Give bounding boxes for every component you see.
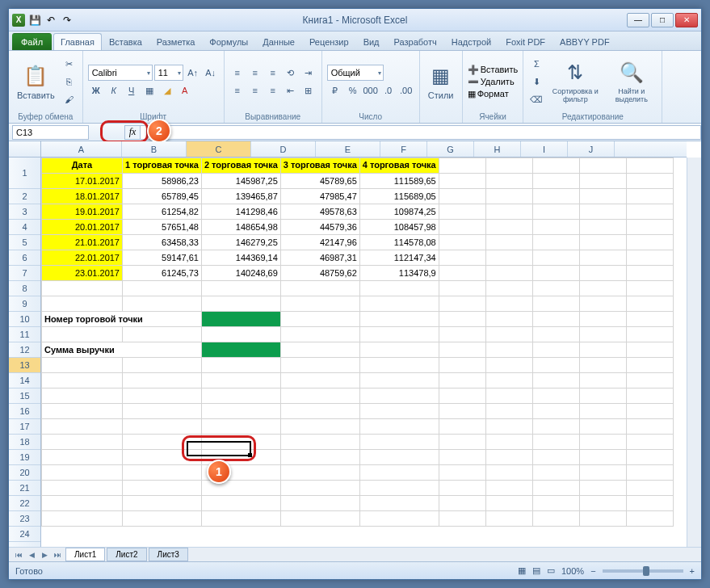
font-name-combo[interactable]: Calibri — [88, 65, 153, 81]
sheet-nav[interactable]: ⏮◀▶⏭ — [12, 551, 64, 559]
column-headers[interactable]: ABCDEFGHIJ — [41, 141, 687, 158]
copy-icon[interactable]: ⎘ — [61, 74, 78, 90]
styles-icon: ▦ — [428, 63, 454, 89]
quick-access-toolbar: X 💾 ↶ ↷ — [12, 14, 74, 27]
view-layout-icon[interactable]: ▤ — [532, 565, 540, 576]
wrap-text-icon[interactable]: ⇥ — [300, 65, 317, 81]
find-select-button[interactable]: 🔍Найти и выделить — [606, 58, 657, 105]
redo-icon[interactable]: ↷ — [61, 14, 74, 27]
fill-icon[interactable]: ⬇ — [528, 74, 544, 90]
insert-cells-button[interactable]: ➕Вставить — [468, 65, 519, 75]
cut-icon[interactable]: ✂ — [61, 56, 78, 72]
tab-review[interactable]: Рецензир — [302, 33, 356, 50]
tab-foxit[interactable]: Foxit PDF — [498, 33, 552, 50]
row-headers[interactable]: 123456789101112131415161718192021222324 — [9, 158, 41, 547]
merge-icon[interactable]: ⊞ — [300, 82, 317, 99]
clear-icon[interactable]: ⌫ — [528, 91, 544, 107]
format-icon: ▦ — [468, 89, 476, 99]
tab-insert[interactable]: Вставка — [102, 33, 149, 50]
font-color-icon[interactable]: A — [177, 82, 193, 99]
group-alignment: ≡ ≡ ≡ ⟲ ⇥ ≡ ≡ ≡ ⇤ ⊞ Выравнивание — [225, 51, 322, 123]
tab-developer[interactable]: Разработч — [387, 33, 444, 50]
format-cells-button[interactable]: ▦Формат — [468, 89, 519, 99]
vertical-scrollbar[interactable] — [687, 158, 701, 547]
group-font: Calibri 11 A↑ A↓ Ж К Ч ▦ ◢ A Шрифт — [83, 51, 225, 123]
group-clipboard: 📋Вставить ✂ ⎘ 🖌 Буфер обмена — [9, 51, 83, 123]
minimize-button[interactable]: — — [627, 13, 649, 27]
tab-home[interactable]: Главная — [53, 33, 102, 50]
view-normal-icon[interactable]: ▦ — [518, 565, 526, 576]
delete-cells-button[interactable]: ➖Удалить — [468, 77, 519, 87]
ribbon-tabs: Файл Главная Вставка Разметка Формулы Да… — [9, 32, 701, 51]
name-box[interactable]: C13 — [12, 125, 89, 140]
clipboard-icon: 📋 — [23, 63, 48, 89]
sort-filter-button[interactable]: ⇅Сортировка и фильтр — [548, 58, 603, 105]
tab-view[interactable]: Вид — [356, 33, 387, 50]
group-styles: ▦Стили — [420, 51, 463, 123]
tab-file[interactable]: Файл — [12, 33, 52, 50]
cells[interactable]: Дата1 торговая точка2 торговая точка3 то… — [41, 158, 674, 527]
select-all-corner[interactable] — [9, 141, 41, 158]
zoom-out-button[interactable]: − — [590, 566, 595, 576]
shrink-font-icon[interactable]: A↓ — [203, 65, 219, 81]
find-icon: 🔍 — [619, 60, 645, 86]
group-number: Общий ₽ % 000 .0 .00 Число — [322, 51, 420, 123]
align-top-icon[interactable]: ≡ — [229, 65, 246, 81]
insert-function-button[interactable]: fx — [124, 125, 141, 140]
excel-icon: X — [12, 14, 25, 27]
sheet-tab-1[interactable]: Лист1 — [65, 548, 105, 561]
border-icon[interactable]: ▦ — [141, 82, 158, 99]
underline-button[interactable]: Ч — [124, 82, 140, 99]
format-painter-icon[interactable]: 🖌 — [61, 91, 78, 107]
paste-button[interactable]: 📋Вставить — [14, 61, 58, 102]
italic-button[interactable]: К — [106, 82, 122, 99]
tab-abbyy[interactable]: ABBYY PDF — [552, 33, 617, 50]
insert-row-icon: ➕ — [468, 65, 479, 75]
align-left-icon[interactable]: ≡ — [229, 82, 246, 99]
maximize-button[interactable]: □ — [651, 13, 674, 27]
worksheet-grid[interactable]: ABCDEFGHIJ 12345678910111213141516171819… — [9, 141, 701, 561]
grow-font-icon[interactable]: A↑ — [185, 65, 201, 81]
tab-data[interactable]: Данные — [255, 33, 302, 50]
align-bottom-icon[interactable]: ≡ — [265, 65, 281, 81]
window-title: Книга1 - Microsoft Excel — [303, 15, 408, 26]
tab-formulas[interactable]: Формулы — [202, 33, 255, 50]
autosum-icon[interactable]: Σ — [528, 56, 544, 72]
zoom-in-button[interactable]: + — [690, 566, 695, 576]
zoom-level[interactable]: 100% — [561, 566, 584, 576]
align-right-icon[interactable]: ≡ — [265, 82, 281, 99]
align-middle-icon[interactable]: ≡ — [247, 65, 263, 81]
view-break-icon[interactable]: ▭ — [547, 565, 555, 576]
percent-icon[interactable]: % — [345, 82, 361, 99]
tab-layout[interactable]: Разметка — [149, 33, 203, 50]
group-editing: Σ ⬇ ⌫ ⇅Сортировка и фильтр 🔍Найти и выде… — [523, 51, 662, 123]
delete-row-icon: ➖ — [468, 77, 479, 87]
sheet-tab-2[interactable]: Лист2 — [107, 548, 146, 561]
inc-decimal-icon[interactable]: .0 — [380, 82, 397, 99]
font-size-combo[interactable]: 11 — [154, 65, 183, 81]
fill-color-icon[interactable]: ◢ — [159, 82, 175, 99]
comma-icon[interactable]: 000 — [363, 82, 379, 99]
undo-icon[interactable]: ↶ — [44, 14, 57, 27]
indent-dec-icon[interactable]: ⇤ — [283, 82, 299, 99]
styles-button[interactable]: ▦Стили — [425, 61, 457, 102]
currency-icon[interactable]: ₽ — [327, 82, 343, 99]
app-window: X 💾 ↶ ↷ Книга1 - Microsoft Excel — □ ✕ Ф… — [8, 8, 702, 580]
ribbon: 📋Вставить ✂ ⎘ 🖌 Буфер обмена Calibri 11 … — [9, 51, 701, 124]
align-center-icon[interactable]: ≡ — [247, 82, 263, 99]
horizontal-scrollbar[interactable]: ⏮◀▶⏭ Лист1 Лист2 Лист3 — [9, 547, 701, 561]
sheet-tab-3[interactable]: Лист3 — [149, 548, 188, 561]
titlebar: X 💾 ↶ ↷ Книга1 - Microsoft Excel — □ ✕ — [9, 9, 701, 32]
close-button[interactable]: ✕ — [675, 13, 698, 27]
tab-addins[interactable]: Надстрой — [444, 33, 498, 50]
formula-input[interactable] — [141, 125, 701, 140]
bold-button[interactable]: Ж — [88, 82, 104, 99]
formula-bar: C13 fx 2 — [9, 124, 701, 141]
zoom-slider[interactable] — [603, 569, 683, 573]
orientation-icon[interactable]: ⟲ — [283, 65, 299, 81]
save-icon[interactable]: 💾 — [28, 14, 41, 27]
status-bar: Готово ▦ ▤ ▭ 100% − + — [9, 561, 701, 579]
status-text: Готово — [15, 566, 43, 576]
number-format-combo[interactable]: Общий — [327, 65, 384, 81]
dec-decimal-icon[interactable]: .00 — [398, 82, 414, 99]
